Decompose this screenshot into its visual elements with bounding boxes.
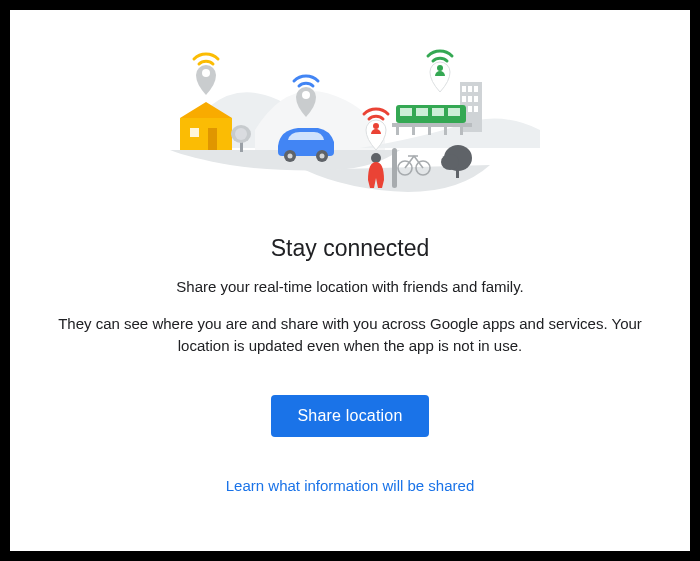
- subheading-text: Share your real-time location with frien…: [176, 278, 523, 295]
- svg-rect-6: [474, 96, 478, 102]
- svg-rect-15: [460, 126, 463, 135]
- svg-rect-20: [448, 108, 460, 116]
- svg-point-40: [302, 91, 310, 99]
- svg-point-39: [202, 69, 210, 77]
- svg-rect-21: [180, 118, 232, 150]
- onboarding-dialog: Stay connected Share your real-time loca…: [10, 10, 690, 551]
- svg-rect-13: [428, 126, 431, 135]
- svg-rect-12: [412, 126, 415, 135]
- page-title: Stay connected: [271, 235, 430, 262]
- svg-rect-38: [392, 148, 397, 188]
- share-location-button[interactable]: Share location: [271, 395, 428, 437]
- svg-rect-3: [474, 86, 478, 92]
- svg-rect-17: [400, 108, 412, 116]
- svg-rect-34: [456, 168, 459, 178]
- svg-rect-9: [474, 106, 478, 112]
- svg-rect-4: [462, 96, 466, 102]
- svg-point-33: [441, 154, 459, 170]
- svg-rect-1: [462, 86, 466, 92]
- description-text: They can see where you are and share wit…: [40, 313, 660, 357]
- svg-point-29: [288, 154, 293, 159]
- svg-rect-8: [468, 106, 472, 112]
- svg-point-42: [437, 65, 443, 71]
- svg-point-41: [373, 123, 379, 129]
- svg-rect-19: [432, 108, 444, 116]
- svg-rect-11: [396, 126, 399, 135]
- svg-point-27: [235, 128, 247, 140]
- location-sharing-illustration: [160, 30, 540, 205]
- svg-rect-24: [208, 128, 217, 150]
- learn-more-link[interactable]: Learn what information will be shared: [226, 477, 474, 494]
- svg-rect-2: [468, 86, 472, 92]
- svg-rect-18: [416, 108, 428, 116]
- svg-rect-5: [468, 96, 472, 102]
- svg-point-31: [320, 154, 325, 159]
- svg-point-37: [371, 153, 381, 163]
- svg-rect-14: [444, 126, 447, 135]
- svg-rect-23: [190, 128, 199, 137]
